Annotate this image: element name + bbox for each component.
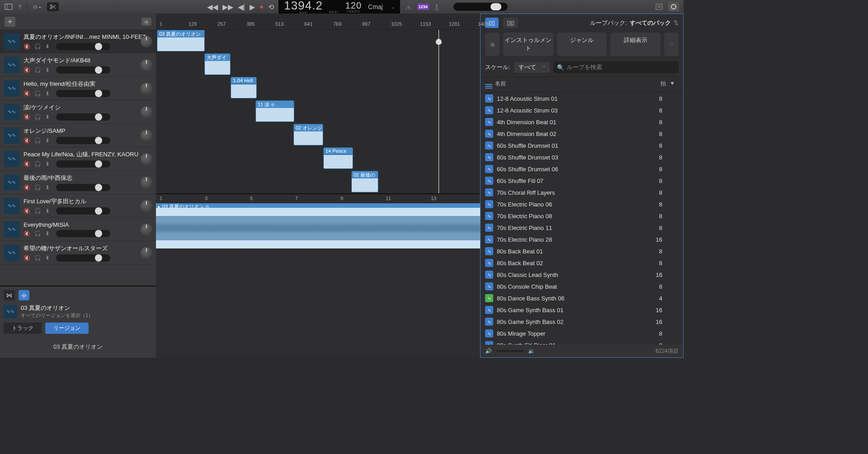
pan-knob[interactable] <box>141 130 152 141</box>
audio-region[interactable]: 11 涙 ⊙ <box>255 100 294 122</box>
loop-list[interactable]: ∿ 12-8 Acoustic Strum 01 8 ∿ 12-8 Acoust… <box>481 93 683 345</box>
headphone-button[interactable]: 🎧 <box>34 184 42 191</box>
add-track-button[interactable]: + <box>5 17 15 27</box>
cycle-button[interactable]: ⟲ <box>268 3 274 11</box>
forward-button[interactable]: ▶▶ <box>222 3 233 11</box>
audio-region[interactable]: 02 最後の <box>351 171 378 192</box>
loop-row[interactable]: ∿ 60s Shuffle Drumset 01 8 <box>481 140 683 151</box>
input-button[interactable]: ⬇ <box>45 208 52 214</box>
loop-row[interactable]: ∿ 70s Electric Piano 08 8 <box>481 210 683 222</box>
view-column-button[interactable]: ▯|▯ <box>503 18 518 28</box>
loop-row[interactable]: ∿ 70s Choral Riff Layers 8 <box>481 187 683 198</box>
col-favorite[interactable]: ♥ <box>666 80 679 89</box>
headphone-button[interactable]: 🎧 <box>34 137 42 144</box>
loop-row[interactable]: ∿ 60s Shuffle Drumset 03 8 <box>481 151 683 163</box>
volume-slider[interactable] <box>56 90 110 97</box>
mute-button[interactable]: 🔇 <box>24 67 31 73</box>
pan-knob[interactable] <box>141 200 152 212</box>
pan-knob[interactable] <box>141 106 152 118</box>
volume-slider[interactable] <box>56 207 110 215</box>
input-button[interactable]: ⬇ <box>45 67 52 73</box>
volume-slider[interactable] <box>56 113 110 121</box>
input-button[interactable]: ⬇ <box>45 90 52 97</box>
notepad-icon[interactable] <box>656 4 663 10</box>
count-in-badge[interactable]: 1234 <box>417 4 429 10</box>
record-button[interactable]: ● <box>259 3 264 11</box>
audio-region[interactable]: 1-04 Hell <box>231 77 257 98</box>
loop-row[interactable]: ∿ 80s Synth FX Riser 01 8 <box>481 339 683 345</box>
arrange-area[interactable]: 11292573855136417698971025115312811409 0… <box>156 14 480 358</box>
input-button[interactable]: ⬇ <box>45 137 52 144</box>
volume-slider[interactable] <box>56 160 110 168</box>
track-row[interactable]: ∿∿ Everything/MISIA 🔇 🎧 ⬇ <box>0 218 156 241</box>
favorite-filter-button[interactable]: ♡ <box>664 33 679 56</box>
input-button[interactable]: ⬇ <box>45 230 52 237</box>
editor-tool2[interactable]: ›|‹ <box>19 290 29 300</box>
mute-button[interactable]: 🔇 <box>24 230 31 237</box>
volume-slider[interactable] <box>56 184 110 191</box>
pack-select[interactable]: すべてのパック <box>630 19 671 27</box>
pan-knob[interactable] <box>141 177 152 188</box>
audio-region[interactable]: 14 Peace <box>323 147 353 169</box>
loop-row[interactable]: ∿ 70s Electric Piano 28 16 <box>481 234 683 245</box>
pan-knob[interactable] <box>141 247 152 259</box>
input-button[interactable]: ⬇ <box>45 255 52 261</box>
preview-volume[interactable] <box>496 350 524 352</box>
playhead[interactable] <box>439 30 439 193</box>
settings-icon[interactable]: ⛭▾ <box>33 4 42 10</box>
loop-row[interactable]: ∿ 60s Shuffle Fill 07 8 <box>481 175 683 187</box>
chevron-up-down-icon[interactable]: ⇅ <box>674 19 679 26</box>
master-volume-slider[interactable] <box>453 3 508 11</box>
pan-knob[interactable] <box>141 36 152 47</box>
tab-region[interactable]: リージョン <box>45 323 89 334</box>
input-button[interactable]: ⬇ <box>45 161 52 167</box>
input-button[interactable]: ⬇ <box>45 114 52 120</box>
timeline-ruler[interactable]: 11292573855136417698971025115312811409 <box>156 14 480 30</box>
col-name[interactable]: 名前 <box>495 80 650 89</box>
tab-track[interactable]: トラック <box>4 323 42 334</box>
col-beats[interactable]: 拍 <box>650 80 666 89</box>
volume-slider[interactable] <box>56 254 110 262</box>
editor-waveform[interactable] <box>156 208 480 248</box>
loop-row[interactable]: ∿ 60s Shuffle Drumset 06 8 <box>481 163 683 175</box>
volume-slider[interactable] <box>56 230 110 237</box>
lcd-dropdown-icon[interactable]: ⌄ <box>389 5 395 9</box>
stop-button[interactable]: ◀| <box>238 3 245 11</box>
play-button[interactable]: ▶ <box>250 3 255 11</box>
headphone-button[interactable]: 🎧 <box>34 90 42 97</box>
loop-row[interactable]: ∿ 80s Back Beat 02 8 <box>481 257 683 269</box>
filter-instrument[interactable]: インストゥルメント <box>503 33 553 56</box>
metronome-icon[interactable] <box>434 3 440 10</box>
loop-row[interactable]: ∿ 80s Back Beat 01 8 <box>481 245 683 257</box>
track-row[interactable]: ∿∿ Hello, my friend/松任谷由実 🔇 🎧 ⬇ <box>0 77 156 100</box>
track-row[interactable]: ∿∿ 最後の雨/中西保志 🔇 🎧 ⬇ <box>0 171 156 194</box>
input-button[interactable]: ⬇ <box>45 184 52 191</box>
volume-slider[interactable] <box>56 43 110 50</box>
volume-slider[interactable] <box>56 137 110 144</box>
loop-row[interactable]: ∿ 80s Console Chip Beat 8 <box>481 281 683 292</box>
audio-region[interactable]: 大声ダイ <box>204 53 231 75</box>
headphone-button[interactable]: 🎧 <box>34 161 42 167</box>
editor-ruler[interactable]: 135791113 <box>156 194 480 203</box>
mute-button[interactable]: 🔇 <box>24 184 31 191</box>
headphone-button[interactable]: 🎧 <box>34 230 42 237</box>
loop-row[interactable]: ∿ 80s Game Synth Bass 01 16 <box>481 304 683 316</box>
track-row[interactable]: ∿∿ Peace My Life/Noa, 山猿, FRENZY, KAORU … <box>0 147 156 171</box>
track-row[interactable]: ∿∿ 希望の轍/サザンオールスターズ 🔇 🎧 ⬇ <box>0 241 156 265</box>
scale-select[interactable]: すべて <box>514 62 550 73</box>
mute-button[interactable]: 🔇 <box>24 208 31 214</box>
library-icon[interactable] <box>5 4 13 10</box>
mute-button[interactable]: 🔇 <box>24 161 31 167</box>
loop-row[interactable]: ∿ 4th Dimension Beat 01 8 <box>481 116 683 128</box>
audio-region[interactable]: 02 オレンジ <box>293 124 323 145</box>
audio-region[interactable]: 03 真夏のオリオン <box>157 30 205 51</box>
headphone-button[interactable]: 🎧 <box>34 208 42 214</box>
track-row[interactable]: ∿∿ 涙/ケツメイシ 🔇 🎧 ⬇ <box>0 100 156 124</box>
headphone-button[interactable]: 🎧 <box>34 67 42 73</box>
scissors-tool[interactable] <box>47 2 59 11</box>
input-button[interactable]: ⬇ <box>45 43 52 50</box>
pan-knob[interactable] <box>141 224 152 235</box>
loop-row[interactable]: ∿ 70s Electric Piano 11 8 <box>481 222 683 234</box>
editor-tool1[interactable]: ⋈ <box>4 290 15 300</box>
rewind-button[interactable]: ◀◀ <box>207 3 218 11</box>
